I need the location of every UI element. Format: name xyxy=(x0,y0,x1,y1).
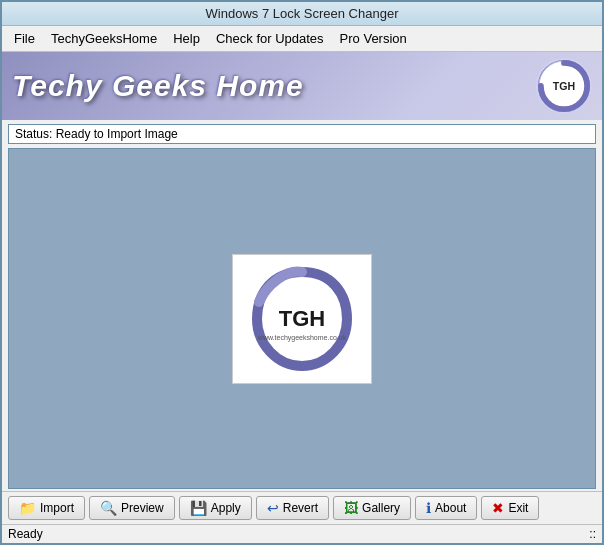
ready-text: Ready xyxy=(8,527,43,541)
banner-title: Techy Geeks Home xyxy=(12,69,304,103)
resize-handle: :: xyxy=(589,527,596,541)
revert-icon: ↩ xyxy=(267,501,279,515)
svg-text:www.techygeekshome.co.uk: www.techygeekshome.co.uk xyxy=(257,334,347,342)
menu-file[interactable]: File xyxy=(6,28,43,49)
ready-bar: Ready :: xyxy=(2,524,602,543)
status-text: Status: Ready to Import Image xyxy=(15,127,178,141)
menu-techygeekshome[interactable]: TechyGeeksHome xyxy=(43,28,165,49)
import-label: Import xyxy=(40,501,74,515)
svg-text:TGH: TGH xyxy=(553,80,575,92)
about-icon: ℹ xyxy=(426,501,431,515)
preview-area: TGH www.techygeekshome.co.uk xyxy=(8,148,596,489)
preview-label: Preview xyxy=(121,501,164,515)
exit-label: Exit xyxy=(508,501,528,515)
button-bar: 📁 Import 🔍 Preview 💾 Apply ↩ Revert 🖼 Ga… xyxy=(2,491,602,524)
menu-pro-version[interactable]: Pro Version xyxy=(332,28,415,49)
import-icon: 📁 xyxy=(19,501,36,515)
banner: Techy Geeks Home TGH xyxy=(2,52,602,120)
gallery-icon: 🖼 xyxy=(344,501,358,515)
preview-icon: 🔍 xyxy=(100,501,117,515)
apply-label: Apply xyxy=(211,501,241,515)
preview-button[interactable]: 🔍 Preview xyxy=(89,496,175,520)
banner-logo: TGH xyxy=(536,58,592,114)
menu-bar: File TechyGeeksHome Help Check for Updat… xyxy=(2,26,602,52)
title-bar: Windows 7 Lock Screen Changer xyxy=(2,2,602,26)
revert-label: Revert xyxy=(283,501,318,515)
import-button[interactable]: 📁 Import xyxy=(8,496,85,520)
svg-text:TGH: TGH xyxy=(279,306,325,331)
about-button[interactable]: ℹ About xyxy=(415,496,477,520)
window-title: Windows 7 Lock Screen Changer xyxy=(206,6,399,21)
revert-button[interactable]: ↩ Revert xyxy=(256,496,329,520)
gallery-label: Gallery xyxy=(362,501,400,515)
exit-button[interactable]: ✖ Exit xyxy=(481,496,539,520)
about-label: About xyxy=(435,501,466,515)
menu-check-updates[interactable]: Check for Updates xyxy=(208,28,332,49)
exit-icon: ✖ xyxy=(492,501,504,515)
preview-image: TGH www.techygeekshome.co.uk xyxy=(232,254,372,384)
apply-button[interactable]: 💾 Apply xyxy=(179,496,252,520)
gallery-button[interactable]: 🖼 Gallery xyxy=(333,496,411,520)
apply-icon: 💾 xyxy=(190,501,207,515)
menu-help[interactable]: Help xyxy=(165,28,208,49)
status-bar: Status: Ready to Import Image xyxy=(8,124,596,144)
